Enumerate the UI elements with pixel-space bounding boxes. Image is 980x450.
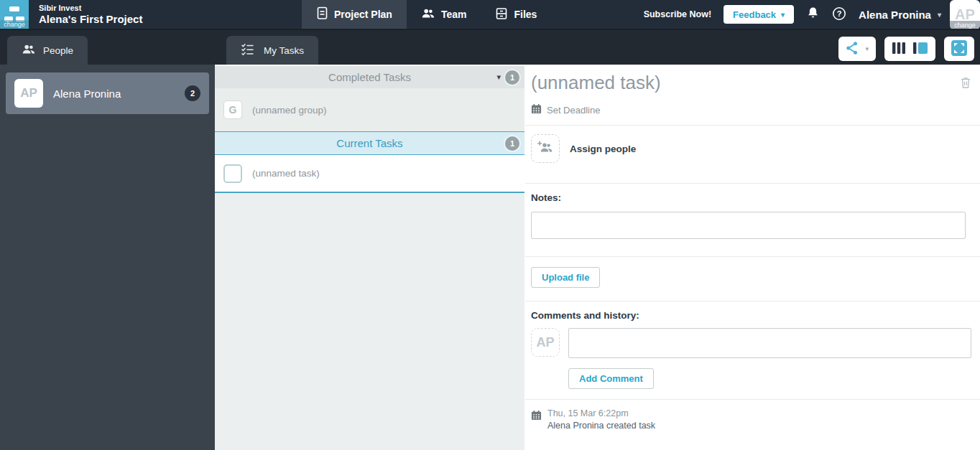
current-tasks-header[interactable]: Current Tasks 1	[215, 131, 524, 155]
upload-section: Upload file	[525, 257, 980, 301]
calendar-icon	[531, 103, 542, 116]
tab-project-plan[interactable]: Project Plan	[302, 0, 407, 29]
chevron-down-icon[interactable]: ▾	[496, 72, 501, 82]
top-navigation: Project Plan Team	[302, 0, 551, 29]
chevron-down-icon: ▾	[865, 45, 869, 52]
assign-people-button[interactable]	[531, 134, 560, 163]
avatar-initials: AP	[20, 86, 37, 100]
checklist-icon	[241, 43, 256, 58]
question-icon: ?	[832, 6, 846, 23]
layout-toggle-button[interactable]	[884, 37, 935, 61]
set-deadline-label: Set Deadline	[547, 105, 600, 116]
calendar-icon	[531, 410, 542, 431]
task-detail-panel: (unnamed task)	[525, 65, 980, 450]
task-header-section: (unnamed task)	[525, 65, 980, 126]
group-icon: G	[223, 100, 242, 119]
chevron-down-icon: ▾	[781, 11, 785, 19]
task-row[interactable]: (unnamed task)	[215, 155, 524, 193]
assign-people-section: Assign people	[525, 126, 980, 184]
tab-strip: People My Tasks	[0, 29, 980, 65]
user-name: Alena Pronina	[859, 9, 931, 21]
person-list-item[interactable]: AP Alena Pronina 2	[6, 72, 209, 114]
add-people-icon	[537, 140, 554, 157]
tab-my-tasks[interactable]: My Tasks	[226, 36, 318, 65]
subscribe-now-link[interactable]: Subscribe Now!	[644, 9, 711, 19]
help-button[interactable]: ?	[832, 6, 846, 23]
user-menu[interactable]: Alena Pronina ▾	[859, 9, 941, 21]
group-label: (unnamed group)	[252, 105, 327, 116]
set-deadline-button[interactable]: Set Deadline	[531, 103, 971, 116]
history-text: Alena Pronina created task	[547, 421, 655, 431]
people-sidebar: AP Alena Pronina 2	[0, 65, 215, 450]
task-list-empty-area	[215, 193, 524, 450]
tab-label: People	[43, 45, 73, 56]
fullscreen-button[interactable]	[944, 37, 974, 61]
share-icon	[846, 41, 859, 57]
tab-team[interactable]: Team	[407, 0, 481, 29]
task-checkbox[interactable]	[223, 164, 242, 183]
comments-label: Comments and history:	[531, 310, 971, 321]
drawers-icon	[495, 7, 508, 22]
fullscreen-icon	[951, 40, 967, 58]
section-count-badge: 1	[505, 136, 519, 151]
tab-label: My Tasks	[264, 45, 304, 56]
notes-section: Notes:	[525, 184, 980, 257]
group-row[interactable]: G (unnamed group)	[215, 88, 524, 131]
history-timestamp: Thu, 15 Mar 6:22pm	[547, 408, 655, 418]
avatar: AP	[14, 79, 43, 108]
svg-text:?: ?	[837, 9, 842, 18]
chevron-down-icon: ▾	[938, 11, 941, 19]
comment-avatar: AP	[531, 328, 560, 357]
person-name: Alena Pronina	[53, 88, 185, 100]
completed-tasks-header[interactable]: Completed Tasks ▾ 1	[215, 65, 524, 88]
comments-section: Comments and history: AP Add Comment	[525, 301, 980, 400]
bell-icon	[806, 6, 820, 22]
history-entry: Thu, 15 Mar 6:22pm Alena Pronina created…	[525, 400, 980, 431]
topbar-right: Subscribe Now! Feedback ▾ ? Alena Pronin	[644, 0, 941, 29]
app-logo[interactable]: change	[0, 0, 29, 29]
people-icon	[421, 8, 435, 22]
feedback-label: Feedback	[733, 9, 776, 20]
people-icon	[22, 44, 36, 57]
share-button[interactable]: ▾	[838, 37, 876, 61]
top-bar: change Sibir Invest Alena's First Projec…	[0, 0, 980, 29]
add-comment-button[interactable]: Add Comment	[568, 368, 654, 389]
section-title: Current Tasks	[336, 137, 402, 149]
notes-input[interactable]	[531, 212, 966, 239]
document-icon	[316, 6, 328, 22]
task-label: (unnamed task)	[252, 168, 320, 179]
tab-label: Team	[441, 9, 467, 20]
tab-label: Project Plan	[334, 9, 392, 20]
vertical-bars-icon	[892, 42, 906, 57]
notes-label: Notes:	[531, 192, 971, 203]
tab-people[interactable]: People	[7, 36, 88, 65]
view-toolbar: ▾	[838, 37, 974, 61]
trash-icon	[960, 80, 971, 91]
task-count-badge: 2	[185, 85, 200, 101]
user-avatar[interactable]: AP change	[950, 0, 980, 29]
tab-label: Files	[514, 9, 537, 20]
logo-change-overlay: change	[0, 20, 29, 29]
project-name: Alena's First Project	[39, 13, 142, 26]
my-tasks-panel: Completed Tasks ▾ 1 G (unnamed group) Cu…	[215, 65, 524, 450]
project-info: Sibir Invest Alena's First Project	[39, 4, 142, 26]
tab-files[interactable]: Files	[481, 0, 551, 29]
section-title: Completed Tasks	[328, 71, 411, 83]
upload-file-button[interactable]: Upload file	[531, 267, 600, 288]
task-title[interactable]: (unnamed task)	[531, 72, 971, 94]
org-name: Sibir Invest	[39, 4, 142, 13]
feedback-button[interactable]: Feedback ▾	[724, 5, 794, 24]
notifications-button[interactable]	[806, 6, 820, 22]
comment-input[interactable]	[568, 328, 971, 358]
split-view-icon	[912, 42, 928, 57]
assign-people-label: Assign people	[570, 144, 636, 154]
delete-task-button[interactable]	[960, 76, 971, 91]
section-count-badge: 1	[505, 70, 519, 85]
